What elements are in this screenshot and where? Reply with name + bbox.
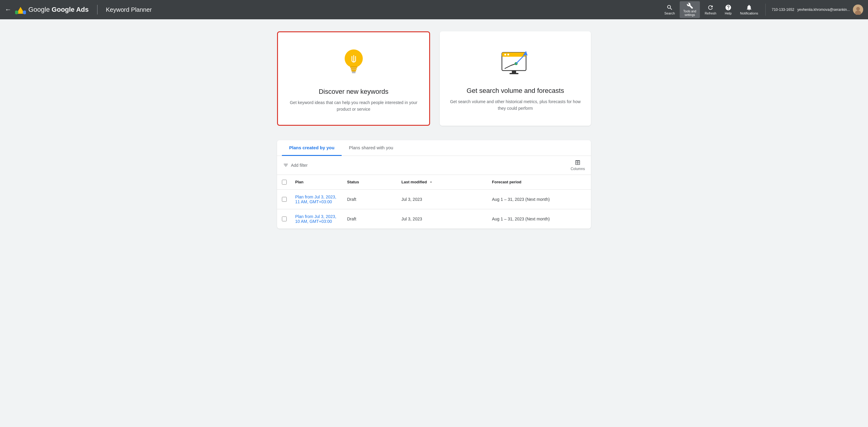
th-status: Status — [343, 175, 398, 189]
table-row: Plan from Jul 3, 2023, 11 AM, GMT+03:00 … — [277, 190, 591, 209]
row2-checkbox-cell[interactable] — [277, 209, 291, 229]
user-section: 710-133-1652 yevheniia.khromova@serankin… — [769, 4, 863, 15]
search-icon — [666, 4, 673, 11]
add-filter-button[interactable]: Add filter — [283, 163, 308, 168]
forecasts-card[interactable]: Get search volume and forecasts Get sear… — [440, 31, 591, 126]
chart-icon — [497, 45, 534, 78]
select-all-checkbox[interactable] — [282, 180, 287, 185]
user-email: yevheniia.khromova@serankin... — [797, 7, 850, 12]
th-plan: Plan — [291, 175, 343, 189]
filter-row: Add filter Columns — [277, 156, 591, 175]
notifications-button[interactable]: Notifications — [736, 3, 762, 16]
logo-icon — [15, 4, 26, 15]
svg-point-4 — [856, 7, 860, 10]
svg-rect-18 — [512, 71, 516, 73]
tools-icon — [687, 2, 693, 9]
plans-tabs: Plans created by you Plans shared with y… — [277, 140, 591, 156]
google-ads-logo: Google Google Ads — [15, 4, 89, 15]
th-last-modified[interactable]: Last modified — [398, 175, 488, 189]
svg-rect-9 — [351, 70, 356, 71]
table-header: Plan Status Last modified Forecast perio… — [277, 175, 591, 190]
filter-left: Add filter — [283, 163, 308, 168]
discover-keywords-card[interactable]: Discover new keywords Get keyword ideas … — [277, 31, 430, 126]
forecasts-icon — [497, 43, 534, 79]
row2-status: Draft — [343, 209, 398, 229]
tab-plans-created-by-you[interactable]: Plans created by you — [282, 140, 342, 156]
row1-last-modified: Jul 3, 2023 — [398, 190, 488, 209]
row2-last-modified: Jul 3, 2023 — [398, 209, 488, 229]
bell-icon — [746, 4, 752, 11]
refresh-icon — [707, 4, 714, 11]
search-nav-button[interactable]: Search — [661, 3, 679, 16]
svg-rect-19 — [509, 73, 519, 74]
row2-checkbox[interactable] — [282, 217, 287, 221]
columns-button[interactable]: Columns — [571, 160, 585, 171]
help-button[interactable]: Help — [721, 3, 735, 16]
nav-right: Search Tools and settings Refresh Help N… — [661, 1, 863, 18]
tools-settings-button[interactable]: Tools and settings — [680, 1, 700, 18]
filter-icon — [283, 163, 288, 168]
avatar-image — [853, 4, 863, 15]
brand-name: Google Google Ads — [28, 6, 89, 13]
row1-plan-link[interactable]: Plan from Jul 3, 2023, 11 AM, GMT+03:00 — [291, 190, 343, 209]
forecasts-card-title: Get search volume and forecasts — [467, 87, 564, 95]
lightbulb-icon — [339, 46, 369, 79]
main-content: Discover new keywords Get keyword ideas … — [253, 19, 615, 241]
refresh-button[interactable]: Refresh — [701, 3, 720, 16]
cards-section: Discover new keywords Get keyword ideas … — [277, 31, 591, 126]
row1-checkbox-cell[interactable] — [277, 190, 291, 209]
row1-forecast-period: Aug 1 – 31, 2023 (Next month) — [488, 190, 591, 209]
row2-plan-link[interactable]: Plan from Jul 3, 2023, 10 AM, GMT+03:00 — [291, 209, 343, 229]
columns-icon — [575, 160, 581, 166]
discover-card-title: Discover new keywords — [319, 88, 389, 96]
plans-table: Plan Status Last modified Forecast perio… — [277, 175, 591, 229]
table-row: Plan from Jul 3, 2023, 10 AM, GMT+03:00 … — [277, 209, 591, 229]
row1-status: Draft — [343, 190, 398, 209]
plans-section: Plans created by you Plans shared with y… — [277, 140, 591, 229]
svg-rect-13 — [352, 71, 355, 73]
discover-card-desc: Get keyword ideas that can help you reac… — [288, 99, 420, 113]
sort-down-icon — [429, 180, 433, 184]
avatar[interactable] — [853, 4, 863, 15]
forecasts-card-desc: Get search volume and other historical m… — [450, 98, 581, 112]
back-button[interactable]: ← — [5, 6, 11, 13]
nav-divider — [97, 5, 97, 14]
account-id: 710-133-1652 — [772, 7, 794, 12]
row1-checkbox[interactable] — [282, 197, 287, 202]
svg-rect-7 — [350, 66, 357, 68]
top-navigation: ← Google Google Ads Keyword Planner Sear… — [0, 0, 868, 19]
svg-point-17 — [507, 54, 509, 56]
tab-plans-shared-with-you[interactable]: Plans shared with you — [342, 140, 401, 156]
th-forecast-period: Forecast period — [488, 175, 591, 189]
row2-forecast-period: Aug 1 – 31, 2023 (Next month) — [488, 209, 591, 229]
th-checkbox[interactable] — [277, 175, 291, 189]
discover-icon — [336, 44, 372, 80]
nav-left: ← Google Google Ads Keyword Planner — [5, 4, 661, 15]
svg-rect-8 — [351, 68, 357, 70]
help-icon — [725, 4, 732, 11]
svg-point-16 — [504, 54, 506, 56]
page-title: Keyword Planner — [106, 6, 152, 13]
right-divider — [765, 4, 766, 16]
